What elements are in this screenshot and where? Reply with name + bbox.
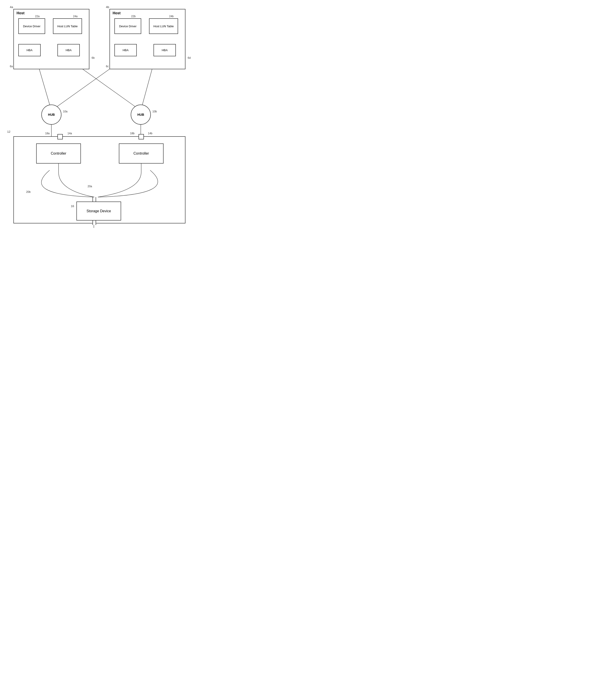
hub-a-label: HUB: [48, 113, 55, 116]
controller-b: Controller: [119, 143, 164, 164]
storage-bottom-connector: [92, 221, 96, 225]
hub-b: HUB: [131, 104, 151, 125]
hub-b-label: HUB: [137, 113, 144, 116]
hba-b2-label: HBA: [162, 49, 168, 52]
ctrl-a-port: [58, 134, 63, 139]
storage-device-label: Storage Device: [87, 209, 111, 213]
ref-14b: 14b: [148, 132, 152, 135]
diagram-container: Host 4a Device Driver 22a Host LUN Table…: [0, 0, 201, 228]
host-a-label: Host: [16, 11, 25, 15]
host-lun-a-label: Host LUN Table: [58, 25, 78, 28]
ref-6d: 6d: [188, 56, 191, 60]
ref-6c: 6c: [106, 65, 109, 68]
controller-b-label: Controller: [134, 151, 149, 155]
host-lun-b-label: Host LUN Table: [153, 25, 174, 28]
ref-20a: 20a: [88, 185, 92, 188]
ref-12: 12: [7, 130, 10, 133]
ref-14a: 14a: [67, 132, 72, 135]
ref-24b: 24b: [169, 15, 174, 18]
ref-6b: 6b: [92, 56, 95, 60]
device-driver-b-label: Device Driver: [119, 25, 137, 28]
host-lun-a: Host LUN Table: [53, 18, 82, 34]
ref-6a: 6a: [10, 65, 13, 68]
host-lun-b: Host LUN Table: [149, 18, 178, 34]
host-b-box: Host 4b Device Driver 22b Host LUN Table…: [110, 9, 186, 69]
hba-a2-label: HBA: [66, 49, 72, 52]
device-driver-a: Device Driver: [18, 18, 45, 34]
hba-b1: HBA: [114, 44, 137, 56]
ref-10b: 10b: [152, 110, 157, 113]
ctrl-b-port: [139, 134, 144, 139]
host-a-box: Host 4a Device Driver 22a Host LUN Table…: [13, 9, 89, 69]
ref-22a: 22a: [35, 15, 39, 18]
storage-top-connector: [92, 197, 96, 201]
hba-a1: HBA: [18, 44, 41, 56]
controller-a-label: Controller: [51, 151, 66, 155]
ref-18a: 18a: [45, 132, 50, 135]
hub-a: HUB: [41, 104, 61, 125]
ref-4b: 4b: [106, 5, 109, 9]
storage-system-box: 12 14a 18a Controller 14b 18b Controller…: [13, 136, 186, 223]
ref-4a: 4a: [10, 5, 13, 9]
hba-a1-label: HBA: [27, 49, 33, 52]
host-b-label: Host: [113, 11, 121, 15]
ref-18b: 18b: [130, 132, 135, 135]
hba-a2: HBA: [58, 44, 80, 56]
device-driver-b: Device Driver: [114, 18, 141, 34]
device-driver-a-label: Device Driver: [23, 25, 40, 28]
storage-device: Storage Device: [76, 201, 121, 221]
ref-10a: 10a: [63, 110, 67, 113]
ref-16: 16: [71, 204, 74, 208]
ref-24a: 24a: [73, 15, 77, 18]
hba-b2: HBA: [153, 44, 176, 56]
controller-a: Controller: [36, 143, 81, 164]
hba-b1-label: HBA: [123, 49, 129, 52]
ref-22b: 22b: [131, 15, 136, 18]
ref-20b: 20b: [26, 190, 30, 193]
